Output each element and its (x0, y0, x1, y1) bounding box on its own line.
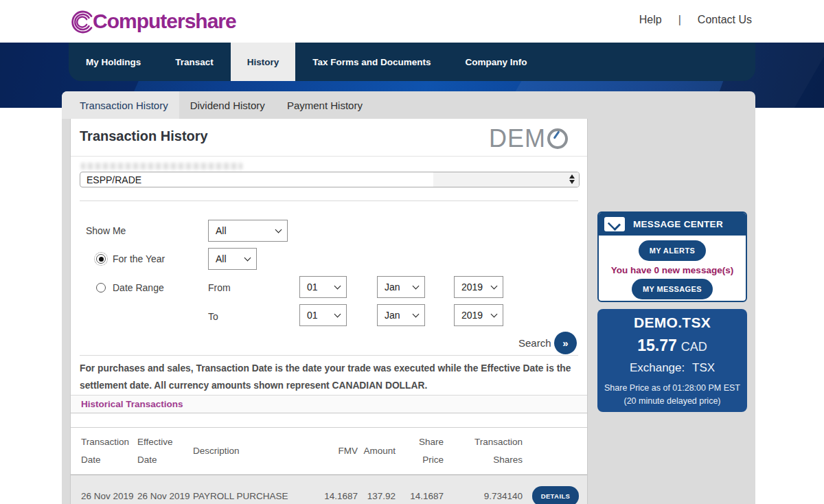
for-year-radio[interactable] (96, 254, 106, 264)
show-me-value: All (216, 225, 227, 236)
col-actions (523, 428, 588, 475)
help-link[interactable]: Help (639, 14, 662, 26)
from-year-select[interactable]: 2019 (454, 276, 503, 298)
to-month-select[interactable]: Jan (377, 304, 425, 326)
nav-item-my-holdings[interactable]: My Holdings (69, 43, 158, 81)
cell-share-price: 14.1687 (396, 475, 444, 504)
table-row: 26 Nov 2019 26 Nov 2019 PAYROLL PURCHASE… (71, 475, 588, 504)
chevron-down-icon (491, 283, 498, 290)
to-year-value: 2019 (461, 310, 483, 321)
cell-transaction-shares: 9.734140 (444, 475, 523, 504)
message-center-body: MY ALERTS You have 0 new message(s) MY M… (599, 240, 746, 299)
message-center-title: MESSAGE CENTER (633, 219, 723, 229)
divider (80, 201, 578, 201)
show-me-label: Show Me (86, 225, 126, 236)
cell-fmv: 14.1687 (303, 475, 358, 504)
to-month-value: Jan (385, 310, 400, 321)
search-button[interactable]: » (554, 332, 577, 354)
chevron-down-icon (275, 227, 282, 233)
col-effective-date: EffectiveDate (137, 428, 193, 475)
delayed-price-note: (20 minute delayed price) (597, 396, 747, 406)
price-row: 15.77CAD (597, 336, 747, 355)
details-button[interactable]: DETAILS (532, 486, 580, 504)
from-year-value: 2019 (461, 282, 483, 293)
chevron-down-icon (413, 311, 420, 318)
currency-label: CAD (681, 340, 707, 354)
message-center: MESSAGE CENTER MY ALERTS You have 0 new … (597, 211, 747, 302)
nav-item-tax-forms[interactable]: Tax Forms and Documents (295, 43, 448, 81)
share-price-card: DEMO.TSX 15.77CAD Exchange: TSX Share Pr… (597, 309, 747, 412)
message-center-header: MESSAGE CENTER (599, 213, 746, 236)
my-messages-button[interactable]: MY MESSAGES (632, 279, 713, 299)
date-range-label: Date Range (113, 282, 164, 293)
col-description: Description (193, 428, 303, 475)
show-me-select[interactable]: All (208, 220, 288, 242)
double-arrow-icon: » (562, 337, 568, 349)
computershare-logo[interactable]: Computershare (70, 5, 236, 37)
plan-select-gray (433, 172, 579, 187)
tab-dividend-history[interactable]: Dividend History (179, 91, 276, 119)
header-links: Help | Contact Us (639, 14, 752, 26)
from-day-value: 01 (307, 282, 318, 293)
share-price: 15.77 (637, 336, 677, 354)
to-day-value: 01 (307, 310, 318, 321)
for-year-value: All (216, 253, 227, 264)
nav-item-transact[interactable]: Transact (158, 43, 231, 81)
plan-select[interactable]: ESPP/RADE (80, 172, 580, 187)
col-share-price: SharePrice (396, 428, 444, 475)
from-day-select[interactable]: 01 (299, 276, 347, 298)
cell-transaction-date: 26 Nov 2019 (71, 475, 137, 504)
message-count-text: You have 0 new message(s) (599, 265, 746, 275)
cell-description: PAYROLL PURCHASE (193, 475, 303, 504)
primary-nav: My Holdings Transact History Tax Forms a… (69, 43, 755, 81)
for-year-label: For the Year (113, 253, 165, 264)
cell-effective-date: 26 Nov 2019 (137, 475, 193, 504)
col-transaction-shares: TransactionShares (444, 428, 523, 475)
tab-payment-history[interactable]: Payment History (276, 91, 374, 119)
main-panel: Transaction History DEM ESPP/RADE Show M… (70, 119, 588, 504)
page: Computershare Help | Contact Us My Holdi… (0, 0, 824, 504)
to-label: To (208, 311, 218, 322)
historical-transactions-bar: Historical Transactions (71, 396, 587, 413)
note-line-1: For purchases and sales, Transaction Dat… (80, 360, 582, 377)
cell-amount: 137.92 (358, 475, 396, 504)
contact-us-link[interactable]: Contact Us (698, 14, 752, 26)
nav-item-history[interactable]: History (231, 43, 296, 81)
logo-text: Computershare (93, 10, 236, 33)
chevron-down-icon (334, 283, 341, 290)
col-amount: Amount (358, 428, 396, 475)
my-alerts-button[interactable]: MY ALERTS (639, 240, 707, 261)
from-label: From (208, 282, 231, 293)
demo-logo-text: DEM (489, 124, 546, 153)
panel-header: Transaction History DEM (71, 119, 587, 157)
chevron-down-icon (491, 311, 498, 318)
to-year-select[interactable]: 2019 (454, 304, 503, 326)
nav-item-company-info[interactable]: Company Info (448, 43, 545, 81)
section-title: Historical Transactions (71, 396, 587, 413)
ticker-symbol: DEMO.TSX (597, 314, 747, 331)
chevron-down-icon (413, 283, 420, 290)
col-transaction-date: TransactionDate (71, 428, 137, 475)
note-text: For purchases and sales, Transaction Dat… (80, 360, 582, 394)
redacted-text (81, 163, 242, 170)
date-range-radio[interactable] (96, 283, 106, 293)
tab-transaction-history[interactable]: Transaction History (62, 91, 179, 119)
from-month-select[interactable]: Jan (377, 276, 425, 298)
note-line-2: settlement date. All currency amounts sh… (80, 377, 582, 394)
transactions-table: TransactionDate EffectiveDate Descriptio… (71, 427, 588, 504)
exchange-value: TSX (692, 361, 715, 374)
chevron-down-icon (334, 311, 341, 318)
top-header: Computershare Help | Contact Us (0, 0, 824, 43)
for-year-select[interactable]: All (208, 248, 257, 270)
header-separator: | (678, 14, 681, 26)
plan-select-value: ESPP/RADE (80, 174, 141, 185)
search-label: Search (518, 337, 551, 349)
from-month-value: Jan (385, 282, 400, 293)
chevron-down-icon (244, 255, 251, 262)
cell-actions: DETAILS (523, 475, 588, 504)
exchange-row: Exchange: TSX (597, 361, 747, 375)
demo-logo: DEM (489, 124, 568, 153)
to-day-select[interactable]: 01 (299, 304, 347, 326)
stepper-icon (569, 174, 575, 184)
table-header-row: TransactionDate EffectiveDate Descriptio… (71, 428, 588, 475)
